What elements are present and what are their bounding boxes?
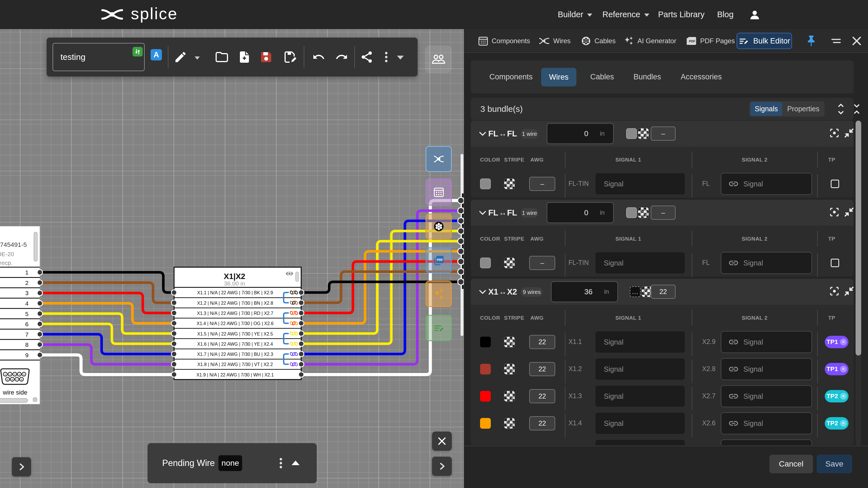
svg-text:7: 7: [16, 378, 18, 381]
svg-text:PDF: PDF: [689, 39, 695, 43]
svg-text:5: 5: [25, 311, 29, 317]
svg-text:2: 2: [25, 280, 29, 286]
svg-text:X1|X2: X1|X2: [224, 272, 245, 281]
svg-text:36.00 in: 36.00 in: [224, 280, 245, 287]
svg-text:745491-5: 745491-5: [0, 241, 27, 248]
svg-text:8: 8: [25, 341, 29, 348]
svg-text:X1.7 | N/A | 22 AWG | 7/30 | B: X1.7 | N/A | 22 AWG | 7/30 | BU | X2.3: [197, 352, 273, 357]
svg-text:X1.2 | N/A | 22 AWG | 7/30 | B: X1.2 | N/A | 22 AWG | 7/30 | BN | X2.8: [197, 301, 273, 305]
svg-text:5: 5: [23, 373, 25, 376]
svg-text:4: 4: [25, 300, 29, 307]
svg-text:X1.4 | N/A | 22 AWG | 7/30 | O: X1.4 | N/A | 22 AWG | 7/30 | OG | X2.6: [197, 321, 274, 326]
svg-text:7: 7: [25, 331, 29, 338]
svg-text:4: 4: [19, 373, 20, 376]
svg-text:6: 6: [25, 321, 29, 327]
svg-text:9: 9: [25, 352, 29, 358]
svg-text:2: 2: [9, 373, 11, 376]
svg-text:wire side: wire side: [3, 389, 27, 396]
svg-text:X1.8 | N/A | 22 AWG | 7/30 | V: X1.8 | N/A | 22 AWG | 7/30 | VT | X2.2: [197, 362, 273, 367]
svg-text:X1.1 | N/A | 22 AWG | 7/30 | B: X1.1 | N/A | 22 AWG | 7/30 | BK | X2.9: [197, 290, 273, 295]
svg-text:3: 3: [25, 290, 29, 296]
svg-text:X1.6 | N/A | 22 AWG | 7/30 | Y: X1.6 | N/A | 22 AWG | 7/30 | YE | X2.4: [197, 342, 273, 347]
svg-text:DE-20: DE-20: [0, 251, 14, 257]
svg-text:3: 3: [14, 373, 16, 376]
svg-text:1: 1: [25, 269, 29, 275]
svg-text:8: 8: [11, 378, 13, 381]
svg-text:X1.9 | N/A | 22 AWG | 7/30 | W: X1.9 | N/A | 22 AWG | 7/30 | WH | X2.1: [196, 372, 274, 377]
svg-text:9: 9: [7, 378, 8, 381]
svg-text:X1.5 | N/A | 22 AWG | 7/30 | Y: X1.5 | N/A | 22 AWG | 7/30 | YE | X2.5: [197, 331, 273, 336]
svg-text:PDF: PDF: [437, 258, 443, 261]
svg-text:6: 6: [21, 378, 22, 381]
svg-text:X1.3 | N/A | 22 AWG | 7/30 | R: X1.3 | N/A | 22 AWG | 7/30 | RD | X2.7: [197, 311, 273, 316]
svg-text:recp.: recp.: [0, 260, 13, 266]
svg-text:1: 1: [4, 373, 6, 376]
